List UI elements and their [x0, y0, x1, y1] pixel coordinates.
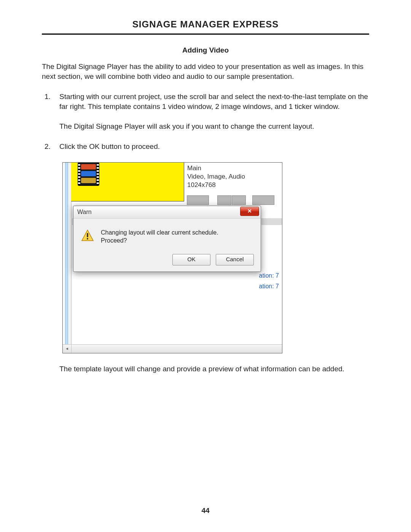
step-1b-text: The Digital Signage Player will ask you … [59, 121, 369, 131]
scroll-left-arrow-icon[interactable]: ◂ [63, 345, 72, 353]
step-1a-text: Starting with our current project, use t… [59, 92, 369, 111]
left-rail-highlight [65, 163, 68, 345]
dialog-button-row: OK Cancel [73, 251, 261, 272]
step-1: Starting with our current project, use t… [53, 92, 369, 131]
warn-dialog: Warn ✕ Changing layout will clear curren… [73, 206, 261, 272]
left-rail [63, 163, 72, 345]
document-page: SIGNAGE MANAGER EXPRESS Adding Video The… [0, 0, 411, 532]
after-paragraph: The template layout will change and prov… [59, 364, 369, 374]
svg-point-2 [87, 238, 88, 240]
background-text-fragment: ation: 7 [259, 283, 279, 290]
dialog-msg-line2: Proceed? [101, 236, 218, 245]
warning-icon [81, 229, 94, 242]
template-shape[interactable] [217, 195, 231, 205]
info-line-main: Main [187, 164, 279, 173]
dialog-message: Changing layout will clear current sched… [101, 228, 218, 245]
app-screenshot: Main Video, Image, Audio 1024x768 ation:… [62, 162, 282, 353]
template-shape[interactable] [232, 195, 246, 205]
step-list: Starting with our current project, use t… [42, 92, 369, 152]
horizontal-scrollbar[interactable]: ◂ [63, 344, 282, 353]
filmstrip-icon [78, 163, 99, 185]
page-number: 44 [0, 506, 411, 515]
dialog-title: Warn [77, 209, 92, 216]
close-button[interactable]: ✕ [240, 207, 259, 216]
svg-rect-1 [87, 233, 88, 237]
info-line-types: Video, Image, Audio [187, 173, 279, 181]
screenshot-figure: Main Video, Image, Audio 1024x768 ation:… [62, 162, 369, 353]
background-text-fragment: ation: 7 [259, 272, 279, 279]
dialog-titlebar: Warn ✕ [73, 206, 261, 219]
ok-button[interactable]: OK [172, 254, 210, 265]
dialog-body: Changing layout will clear current sched… [73, 219, 261, 251]
template-shape[interactable] [252, 195, 274, 205]
section-title: Adding Video [42, 46, 369, 54]
step-2-text: Click the OK button to proceed. [59, 142, 369, 152]
cancel-button[interactable]: Cancel [216, 254, 254, 265]
dialog-msg-line1: Changing layout will clear current sched… [101, 228, 218, 237]
page-title: SIGNAGE MANAGER EXPRESS [42, 19, 369, 35]
info-line-resolution: 1024x768 [187, 181, 279, 189]
step-2: Click the OK button to proceed. [53, 142, 369, 152]
template-shape[interactable] [187, 195, 209, 205]
intro-paragraph: The Digital Signage Player has the abili… [42, 62, 369, 81]
